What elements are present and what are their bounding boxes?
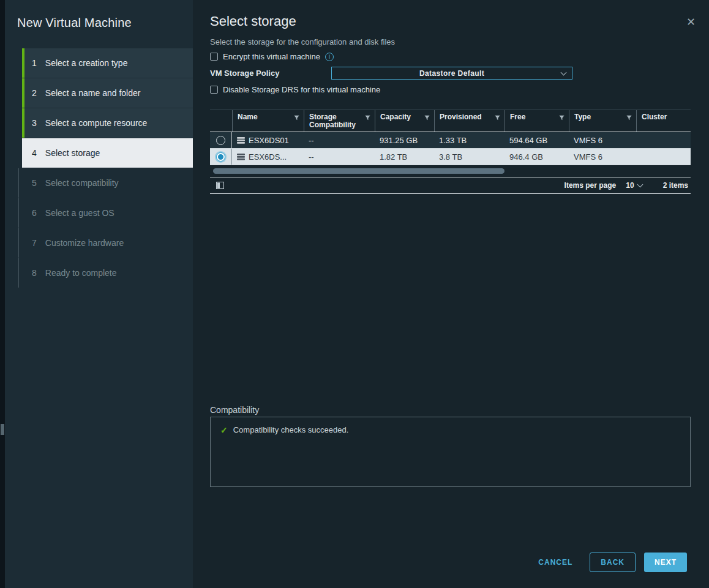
page-title: Select storage (210, 13, 691, 29)
disable-drs-row: Disable Storage DRS for this virtual mac… (210, 84, 691, 95)
new-vm-wizard-dialog: New Virtual Machine 1 Select a creation … (0, 0, 709, 588)
wizard-actions: CANCEL BACK NEXT (538, 553, 687, 572)
step-label: Customize hardware (45, 238, 124, 248)
step-select-name-and-folder[interactable]: 2 Select a name and folder (22, 78, 193, 108)
header-select-column (210, 110, 232, 132)
column-label: Storage Compatibility (309, 113, 362, 129)
radio-selected[interactable] (216, 152, 225, 162)
step-number: 1 (32, 58, 37, 68)
capacity-cell: 931.25 GB (375, 136, 434, 145)
row-select-cell (210, 132, 232, 148)
header-name[interactable]: Name (232, 110, 304, 132)
column-label: Provisioned (440, 113, 482, 121)
filter-icon[interactable] (293, 114, 300, 121)
datastore-icon (237, 154, 245, 160)
step-number: 2 (32, 88, 37, 98)
step-ready-to-complete[interactable]: 8 Ready to complete (18, 258, 193, 288)
header-provisioned[interactable]: Provisioned (434, 110, 505, 132)
datastore-name: ESX6DS... (249, 152, 287, 162)
filter-icon[interactable] (558, 114, 565, 121)
encrypt-vm-checkbox[interactable] (210, 53, 218, 61)
step-label: Select a creation type (45, 58, 128, 68)
step-number: 8 (32, 268, 37, 278)
header-free[interactable]: Free (505, 110, 569, 132)
close-icon[interactable]: ✕ (686, 17, 696, 28)
check-icon: ✓ (220, 425, 228, 435)
vm-storage-policy-row: VM Storage Policy Datastore Default (210, 67, 691, 80)
step-number: 4 (32, 148, 37, 158)
items-per-page-select[interactable]: 10 (626, 181, 642, 190)
filter-icon[interactable] (364, 114, 371, 121)
step-label: Select a compute resource (45, 118, 148, 128)
cancel-button[interactable]: CANCEL (538, 558, 572, 567)
header-cluster[interactable]: Cluster (636, 110, 691, 132)
column-label: Free (510, 113, 525, 121)
filter-icon[interactable] (626, 114, 632, 121)
grid-footer: Items per page 10 2 items (210, 177, 691, 194)
type-cell: VMFS 6 (569, 152, 636, 162)
compatibility-section-label: Compatibility (210, 405, 259, 415)
vm-storage-policy-value: Datastore Default (419, 69, 484, 78)
step-label: Ready to complete (45, 268, 117, 278)
page-scrollbar-thumb[interactable] (1, 424, 4, 435)
storage-compatibility-cell: -- (304, 152, 375, 162)
step-select-storage-current[interactable]: 4 Select storage (22, 138, 193, 168)
compatibility-message: Compatibility checks succeeded. (233, 425, 349, 434)
step-label: Select a name and folder (45, 88, 141, 98)
page-scrollbar[interactable] (0, 0, 5, 588)
table-row-esx6ds01[interactable]: ESX6DS01 -- 931.25 GB 1.33 TB 594.64 GB … (210, 132, 691, 149)
vm-storage-policy-label: VM Storage Policy (210, 69, 331, 78)
step-select-guest-os[interactable]: 6 Select a guest OS (18, 198, 193, 228)
chevron-down-icon (561, 70, 567, 76)
datastore-icon (237, 137, 245, 144)
datastore-grid: Name Storage Compatibility Capacity Prov… (210, 110, 691, 194)
step-select-creation-type[interactable]: 1 Select a creation type (22, 48, 193, 78)
grid-header: Name Storage Compatibility Capacity Prov… (210, 110, 691, 132)
compatibility-box: ✓ Compatibility checks succeeded. (210, 417, 691, 487)
step-number: 3 (32, 118, 37, 128)
step-label: Select compatibility (45, 178, 119, 188)
step-customize-hardware[interactable]: 7 Customize hardware (18, 228, 193, 258)
step-select-compatibility[interactable]: 5 Select compatibility (18, 168, 193, 198)
page-subtitle: Select the storage for the configuration… (210, 37, 691, 47)
select-storage-panel: ✕ Select storage Select the storage for … (193, 0, 709, 588)
column-label: Capacity (380, 113, 411, 121)
encrypt-vm-row: Encrypt this virtual machine i (210, 51, 691, 62)
scrollbar-thumb[interactable] (213, 168, 505, 174)
filter-icon[interactable] (494, 114, 501, 121)
table-row-esx6ds-selected[interactable]: ESX6DS... -- 1.82 TB 3.8 TB 946.4 GB VMF… (210, 149, 691, 165)
step-label: Select a guest OS (45, 208, 114, 218)
back-button[interactable]: BACK (590, 553, 636, 572)
datastore-name-cell: ESX6DS01 (232, 136, 304, 145)
free-cell: 594.64 GB (505, 136, 569, 145)
items-per-page-value: 10 (626, 181, 634, 190)
grid-horizontal-scrollbar[interactable] (210, 165, 691, 177)
datastore-name-cell: ESX6DS... (232, 152, 304, 162)
radio-unselected[interactable] (216, 136, 225, 145)
provisioned-cell: 1.33 TB (434, 136, 505, 145)
provisioned-cell: 3.8 TB (434, 152, 505, 162)
vm-storage-policy-select[interactable]: Datastore Default (331, 67, 572, 80)
disable-drs-checkbox[interactable] (210, 86, 218, 94)
step-select-compute-resource[interactable]: 3 Select a compute resource (22, 108, 193, 138)
header-type[interactable]: Type (569, 110, 636, 132)
filter-icon[interactable] (424, 114, 430, 121)
info-icon[interactable]: i (325, 53, 334, 61)
items-per-page-label: Items per page (565, 181, 617, 190)
disable-drs-label: Disable Storage DRS for this virtual mac… (223, 85, 380, 94)
encrypt-vm-label: Encrypt this virtual machine (223, 52, 320, 61)
step-number: 7 (32, 238, 37, 248)
next-button[interactable]: NEXT (644, 553, 687, 572)
row-select-cell (210, 149, 232, 165)
datastore-name: ESX6DS01 (249, 136, 289, 145)
header-storage-compatibility[interactable]: Storage Compatibility (304, 110, 375, 132)
column-label: Type (574, 113, 591, 121)
column-settings-icon[interactable] (216, 182, 224, 189)
header-capacity[interactable]: Capacity (375, 110, 434, 132)
step-label: Select storage (45, 148, 100, 158)
step-number: 6 (32, 208, 37, 218)
total-items-count: 2 items (663, 181, 688, 190)
chevron-down-icon (637, 182, 643, 188)
wizard-title: New Virtual Machine (5, 15, 193, 31)
column-label: Name (238, 113, 258, 121)
